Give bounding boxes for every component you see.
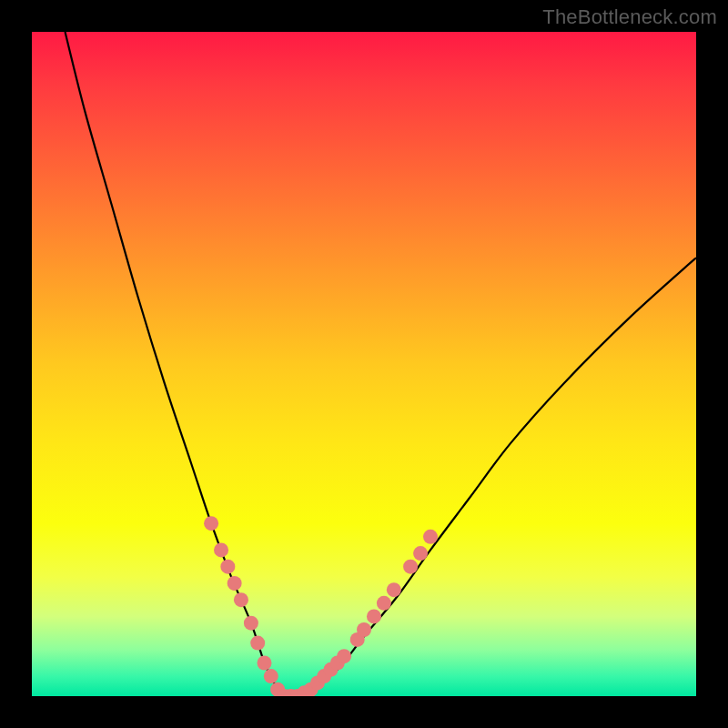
highlighted-point [337, 649, 351, 663]
highlighted-point [250, 636, 265, 651]
marker-layer [204, 516, 438, 696]
highlighted-point [258, 656, 272, 671]
highlighted-point [357, 622, 371, 637]
bottleneck-curve [66, 32, 697, 696]
highlighted-point [403, 560, 418, 574]
highlighted-point [244, 616, 258, 631]
plot-area [32, 32, 696, 696]
highlighted-point [214, 542, 228, 557]
highlighted-point [377, 596, 391, 611]
highlighted-point [220, 560, 235, 574]
highlighted-point [264, 669, 278, 683]
highlighted-point [228, 576, 242, 591]
chart-container: TheBottleneck.com [0, 0, 728, 728]
chart-svg [32, 32, 696, 696]
highlighted-point [367, 609, 381, 623]
highlighted-point [234, 592, 248, 607]
watermark-text: TheBottleneck.com [542, 5, 717, 29]
curve-layer [66, 32, 697, 696]
highlighted-point [413, 546, 428, 561]
highlighted-point [423, 530, 438, 544]
highlighted-point [204, 516, 218, 531]
highlighted-point [387, 582, 401, 597]
